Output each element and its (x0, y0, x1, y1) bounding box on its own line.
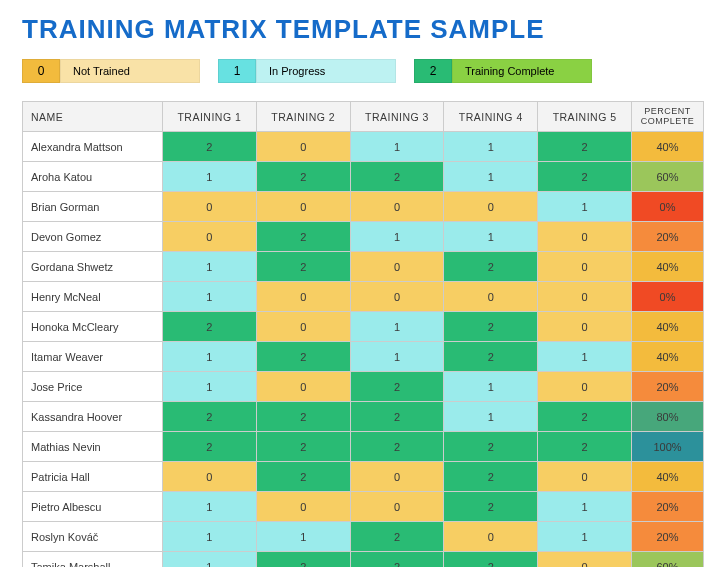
cell-training: 1 (163, 522, 257, 552)
table-header-row: NAME TRAINING 1 TRAINING 2 TRAINING 3 TR… (23, 102, 704, 132)
cell-percent: 60% (632, 552, 704, 568)
table-row: Jose Price1021020% (23, 372, 704, 402)
cell-training: 1 (163, 372, 257, 402)
cell-training: 2 (256, 162, 350, 192)
cell-training: 1 (538, 492, 632, 522)
cell-training: 1 (256, 522, 350, 552)
cell-training: 0 (163, 222, 257, 252)
cell-training: 2 (444, 312, 538, 342)
cell-training: 1 (350, 342, 444, 372)
cell-training: 0 (538, 462, 632, 492)
legend-label: Not Trained (60, 59, 200, 83)
cell-training: 0 (256, 192, 350, 222)
legend-swatch: 0 (22, 59, 60, 83)
cell-training: 2 (256, 252, 350, 282)
cell-training: 0 (538, 252, 632, 282)
cell-training: 1 (163, 492, 257, 522)
cell-training: 0 (256, 282, 350, 312)
legend-item-not-trained: 0 Not Trained (22, 59, 200, 83)
cell-training: 1 (538, 522, 632, 552)
cell-training: 1 (350, 312, 444, 342)
cell-percent: 40% (632, 342, 704, 372)
table-row: Kassandra Hoover2221280% (23, 402, 704, 432)
cell-training: 2 (538, 402, 632, 432)
cell-training: 0 (538, 552, 632, 568)
cell-training: 0 (256, 492, 350, 522)
cell-training: 0 (163, 192, 257, 222)
cell-name: Honoka McCleary (23, 312, 163, 342)
table-row: Devon Gomez0211020% (23, 222, 704, 252)
cell-percent: 40% (632, 462, 704, 492)
cell-training: 2 (350, 552, 444, 568)
col-training-2: TRAINING 2 (256, 102, 350, 132)
cell-training: 1 (163, 552, 257, 568)
cell-training: 2 (163, 312, 257, 342)
cell-percent: 20% (632, 492, 704, 522)
table-row: Brian Gorman000010% (23, 192, 704, 222)
cell-name: Patricia Hall (23, 462, 163, 492)
table-row: Pietro Albescu1002120% (23, 492, 704, 522)
table-row: Patricia Hall0202040% (23, 462, 704, 492)
cell-training: 0 (350, 462, 444, 492)
table-row: Gordana Shwetz1202040% (23, 252, 704, 282)
cell-percent: 100% (632, 432, 704, 462)
cell-training: 2 (444, 462, 538, 492)
col-training-3: TRAINING 3 (350, 102, 444, 132)
cell-training: 0 (350, 252, 444, 282)
cell-training: 2 (538, 132, 632, 162)
cell-training: 2 (538, 162, 632, 192)
cell-training: 0 (444, 192, 538, 222)
cell-training: 1 (163, 282, 257, 312)
cell-percent: 60% (632, 162, 704, 192)
cell-training: 1 (350, 132, 444, 162)
cell-training: 2 (256, 462, 350, 492)
cell-name: Pietro Albescu (23, 492, 163, 522)
cell-training: 0 (444, 282, 538, 312)
page-title: TRAINING MATRIX TEMPLATE SAMPLE (22, 14, 704, 45)
cell-percent: 20% (632, 372, 704, 402)
cell-name: Mathias Nevin (23, 432, 163, 462)
cell-name: Jose Price (23, 372, 163, 402)
cell-training: 1 (163, 252, 257, 282)
cell-training: 2 (350, 402, 444, 432)
cell-percent: 40% (632, 132, 704, 162)
cell-training: 2 (350, 432, 444, 462)
cell-name: Aroha Katou (23, 162, 163, 192)
cell-training: 0 (444, 522, 538, 552)
col-training-5: TRAINING 5 (538, 102, 632, 132)
cell-training: 1 (444, 132, 538, 162)
table-row: Itamar Weaver1212140% (23, 342, 704, 372)
cell-training: 2 (256, 432, 350, 462)
table-row: Aroha Katou1221260% (23, 162, 704, 192)
table-row: Henry McNeal100000% (23, 282, 704, 312)
cell-training: 2 (350, 522, 444, 552)
cell-training: 2 (444, 342, 538, 372)
cell-training: 1 (163, 162, 257, 192)
cell-training: 1 (444, 162, 538, 192)
legend-label: In Progress (256, 59, 396, 83)
cell-percent: 20% (632, 222, 704, 252)
cell-training: 1 (444, 222, 538, 252)
cell-training: 2 (350, 162, 444, 192)
cell-percent: 40% (632, 312, 704, 342)
col-name: NAME (23, 102, 163, 132)
table-row: Alexandra Mattson2011240% (23, 132, 704, 162)
legend: 0 Not Trained 1 In Progress 2 Training C… (22, 59, 704, 83)
training-matrix-table: NAME TRAINING 1 TRAINING 2 TRAINING 3 TR… (22, 101, 704, 567)
cell-training: 0 (256, 372, 350, 402)
cell-name: Roslyn Kováč (23, 522, 163, 552)
cell-training: 0 (350, 282, 444, 312)
cell-training: 1 (163, 342, 257, 372)
cell-name: Devon Gomez (23, 222, 163, 252)
cell-training: 2 (538, 432, 632, 462)
table-row: Mathias Nevin22222100% (23, 432, 704, 462)
cell-training: 2 (444, 432, 538, 462)
table-row: Tamika Marshall1222060% (23, 552, 704, 568)
cell-training: 2 (163, 432, 257, 462)
cell-training: 2 (444, 252, 538, 282)
col-training-4: TRAINING 4 (444, 102, 538, 132)
cell-percent: 40% (632, 252, 704, 282)
cell-training: 2 (256, 342, 350, 372)
col-percent: PERCENT COMPLETE (632, 102, 704, 132)
cell-training: 0 (538, 372, 632, 402)
